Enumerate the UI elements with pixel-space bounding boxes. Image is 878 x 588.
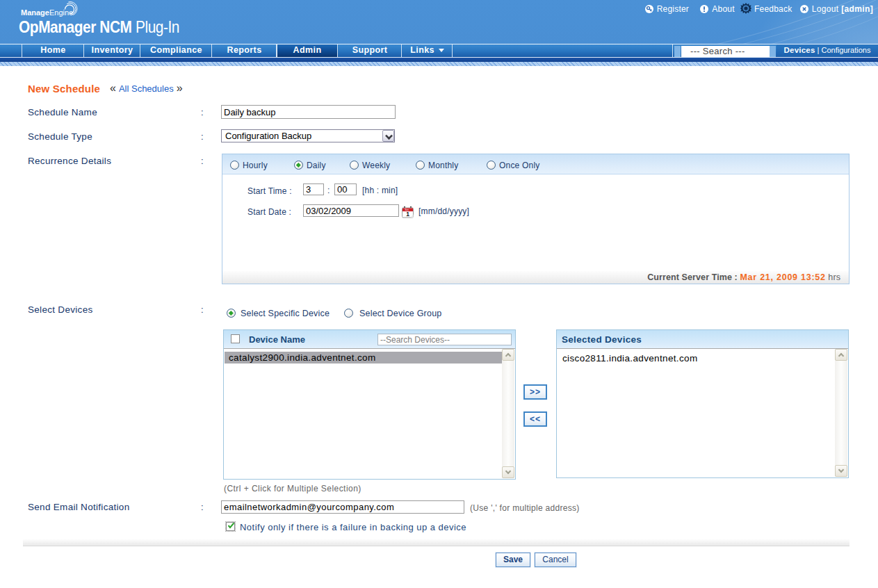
svg-text:1: 1: [406, 211, 409, 218]
